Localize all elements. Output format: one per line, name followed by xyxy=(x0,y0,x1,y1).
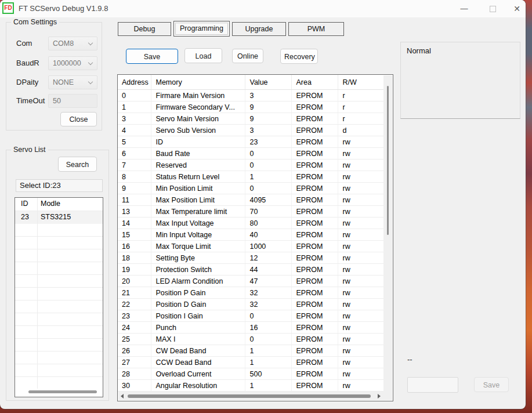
cell-rw: rw xyxy=(338,299,384,310)
cell-area: EPROM xyxy=(291,345,338,357)
cell-area: EPROM xyxy=(291,252,338,264)
memory-row[interactable]: 28 Overload Current 500 EPROM rw xyxy=(118,368,384,380)
cell-area: EPROM xyxy=(291,299,338,310)
online-button[interactable]: Online xyxy=(232,49,263,63)
panel-save-button[interactable]: Save xyxy=(474,377,509,392)
cell-address: 8 xyxy=(118,171,151,183)
cell-address: 27 xyxy=(118,357,151,368)
cell-area: EPROM xyxy=(291,183,338,194)
cell-area: EPROM xyxy=(291,171,338,183)
maximize-button[interactable] xyxy=(483,0,502,17)
memory-row[interactable]: 25 MAX I 0 EPROM rw xyxy=(118,334,384,345)
memory-row[interactable]: 30 Angular Resolution 1 EPROM rw xyxy=(118,380,384,392)
load-button[interactable]: Load xyxy=(184,48,222,63)
cell-area: EPROM xyxy=(291,218,338,229)
cell-address: 20 xyxy=(118,276,151,287)
memory-row[interactable]: 16 Max Torque Limit 1000 EPROM rw xyxy=(118,241,384,252)
memory-row[interactable]: 24 Punch 16 EPROM rw xyxy=(118,322,384,334)
cell-address: 11 xyxy=(118,194,151,206)
cell-rw: rw xyxy=(338,357,384,368)
cell-memory: Position I Gain xyxy=(151,310,245,322)
memory-row[interactable]: 0 Firmare Main Version 3 EPROM r xyxy=(118,90,384,102)
cell-address: 0 xyxy=(118,90,151,102)
com-port-value: COM8 xyxy=(53,39,74,48)
cell-rw: rw xyxy=(338,252,384,264)
close-window-button[interactable]: ✕ xyxy=(507,0,526,17)
tab-upgrade[interactable]: Upgrade xyxy=(232,22,286,36)
cell-rw: rw xyxy=(338,287,384,299)
memory-row[interactable]: 11 Max Position Limit 4095 EPROM rw xyxy=(118,194,384,206)
col-rw: R/W xyxy=(338,75,384,90)
servo-list-hscrollbar[interactable] xyxy=(28,390,97,393)
cell-area: EPROM xyxy=(291,160,338,171)
cell-address: 15 xyxy=(118,229,151,241)
hscrollbar-thumb[interactable] xyxy=(128,394,371,398)
save-button[interactable]: Save xyxy=(126,49,178,64)
cell-value: 3 xyxy=(245,125,291,136)
cell-address: 19 xyxy=(118,264,151,276)
com-port-select[interactable]: COM8 xyxy=(48,37,97,50)
memory-row[interactable]: 13 Max Temperature limit 70 EPROM rw xyxy=(118,206,384,218)
memory-row[interactable]: 15 Min Input Voltage 40 EPROM rw xyxy=(118,229,384,241)
value-input[interactable] xyxy=(407,377,458,393)
servo-list-column-divider xyxy=(37,198,38,389)
minimize-button[interactable]: — xyxy=(454,0,474,17)
status-dashes: -- xyxy=(407,355,412,364)
close-icon: ✕ xyxy=(513,4,520,13)
cell-rw: rw xyxy=(338,241,384,252)
cell-value: 3 xyxy=(245,90,291,102)
memory-row[interactable]: 6 Baud Rate 0 EPROM rw xyxy=(118,148,384,160)
scroll-left-icon[interactable] xyxy=(121,394,124,398)
parity-row: DPaity NONE xyxy=(6,75,102,89)
memory-row[interactable]: 19 Protection Switch 44 EPROM rw xyxy=(118,264,384,276)
tab-programming[interactable]: Programming xyxy=(173,21,230,37)
memory-row[interactable]: 22 Position D Gain 32 EPROM rw xyxy=(118,299,384,310)
tab-debug[interactable]: Debug xyxy=(118,22,171,36)
memory-table: Address Memory Value Area R/W 0 Firmare … xyxy=(117,74,393,401)
close-port-button[interactable]: Close xyxy=(60,112,97,126)
memory-row[interactable]: 7 Reserved 0 EPROM rw xyxy=(118,160,384,171)
memory-row[interactable]: 18 Setting Byte 12 EPROM rw xyxy=(118,252,384,264)
baudrate-select[interactable]: 1000000 xyxy=(48,56,97,70)
chevron-down-icon xyxy=(88,79,93,84)
memory-row[interactable]: 9 Min Position Limit 0 EPROM rw xyxy=(118,183,384,194)
cell-area: EPROM xyxy=(291,194,338,206)
memory-row[interactable]: 23 Position I Gain 0 EPROM rw xyxy=(118,310,384,322)
cell-area: EPROM xyxy=(291,148,338,160)
memory-row[interactable]: 14 Max Input Voltage 80 EPROM rw xyxy=(118,218,384,229)
cell-memory: Firmware Secondary V... xyxy=(151,102,245,113)
memory-row[interactable]: 3 Servo Main Version 9 EPROM r xyxy=(118,113,384,125)
cell-memory: Setting Byte xyxy=(151,252,245,264)
memory-row[interactable]: 1 Firmware Secondary V... 9 EPROM r xyxy=(118,102,384,113)
servo-list-item[interactable]: 23 STS3215 xyxy=(15,211,103,224)
cell-value: 70 xyxy=(245,206,291,218)
timeout-field[interactable]: 50 xyxy=(48,94,97,108)
parity-select[interactable]: NONE xyxy=(48,75,97,89)
cell-memory: Position D Gain xyxy=(151,299,245,310)
tab-pwm[interactable]: PWM xyxy=(288,22,344,36)
memory-row[interactable]: 27 CCW Dead Band 1 EPROM rw xyxy=(118,357,384,368)
search-button[interactable]: Search xyxy=(58,157,97,172)
cell-memory: Status Return Level xyxy=(151,171,245,183)
recovery-button[interactable]: Recovery xyxy=(280,49,318,64)
memory-row[interactable]: 4 Servo Sub Version 3 EPROM d xyxy=(118,125,384,136)
scroll-right-icon[interactable] xyxy=(378,394,381,398)
vscrollbar-thumb[interactable] xyxy=(387,86,389,235)
cell-address: 26 xyxy=(118,345,151,357)
memory-row[interactable]: 26 CW Dead Band 1 EPROM rw xyxy=(118,345,384,357)
memory-row[interactable]: 8 Status Return Level 1 EPROM rw xyxy=(118,171,384,183)
cell-rw: rw xyxy=(338,380,384,392)
memory-table-hscrollbar[interactable] xyxy=(118,392,392,400)
cell-address: 18 xyxy=(118,252,151,264)
memory-row[interactable]: 20 LED Alarm Condition 47 EPROM rw xyxy=(118,276,384,287)
cell-address: 14 xyxy=(118,218,151,229)
cell-area: EPROM xyxy=(291,322,338,334)
window-title: FT SCServo Debug V1.9.8 xyxy=(19,0,108,17)
memory-row[interactable]: 21 Position P Gain 32 EPROM rw xyxy=(118,287,384,299)
memory-row[interactable]: 5 ID 23 EPROM rw xyxy=(118,136,384,148)
cell-memory: Servo Sub Version xyxy=(151,125,245,136)
servo-list-group: Servo List Search Select ID:23 ID Modle … xyxy=(6,150,109,401)
servo-list-empty-rows xyxy=(15,224,103,389)
memory-table-vscrollbar[interactable] xyxy=(383,75,392,392)
cell-area: EPROM xyxy=(291,380,338,392)
